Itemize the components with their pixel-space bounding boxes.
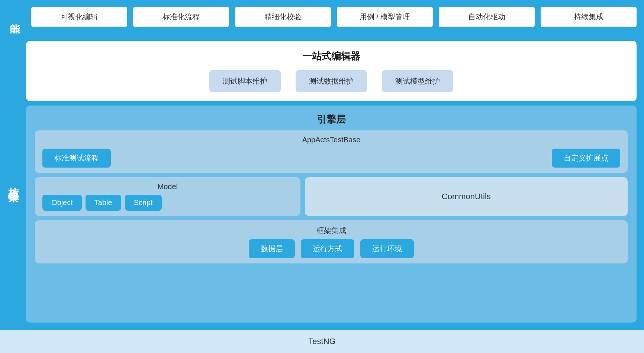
engine-panel: 引擎层 AppActsTestBase 标准测试流程 自定义扩展点 Model …	[26, 106, 637, 323]
model-title: Model	[42, 182, 293, 191]
framework-title: 框架集成	[42, 226, 620, 236]
capability-item-auto-drive[interactable]: 自动化驱动	[439, 7, 535, 27]
editor-panel: 一站式编辑器 测试脚本维护 测试数据维护 测试模型维护	[26, 41, 637, 101]
editor-item-model[interactable]: 测试模型维护	[382, 70, 453, 92]
testng-label: TestNG	[308, 337, 335, 346]
capability-item-visual-edit[interactable]: 可视化编辑	[31, 7, 127, 27]
model-block: Model Object Table Script	[35, 177, 300, 216]
capability-label: 能力	[7, 15, 22, 18]
editor-item-data[interactable]: 测试数据维护	[296, 70, 367, 92]
panels-area: 一站式编辑器 测试脚本维护 测试数据维护 测试模型维护 引擎层 AppActsT…	[26, 37, 637, 326]
middle-row: Model Object Table Script CommonUtils	[35, 177, 628, 216]
editor-items: 测试脚本维护 测试数据维护 测试模型维护	[37, 70, 625, 92]
appacts-row: 标准测试流程 自定义扩展点	[42, 149, 620, 168]
editor-title: 一站式编辑器	[302, 50, 360, 63]
common-utils-block: CommonUtils	[305, 177, 628, 216]
common-utils-title: CommonUtils	[442, 192, 491, 201]
model-object-btn[interactable]: Object	[42, 195, 82, 211]
capability-bar: 能力 可视化编辑 标准化流程 精细化校验 用例 / 模型管理 自动化驱动 持续集…	[0, 0, 644, 33]
capability-item-standard-flow[interactable]: 标准化流程	[133, 7, 229, 27]
editor-item-script[interactable]: 测试脚本维护	[209, 70, 281, 92]
run-env-btn[interactable]: 运行环境	[360, 239, 414, 258]
framework-block: 框架集成 数据层 运行方式 运行环境	[35, 220, 628, 263]
testng-bar: TestNG	[0, 330, 644, 353]
main-content: 核心框架 一站式编辑器 测试脚本维护 测试数据维护 测试模型维护 引擎层 App…	[0, 33, 644, 330]
model-items: Object Table Script	[42, 195, 293, 211]
engine-title: 引擎层	[35, 113, 628, 126]
capability-item-model-mgmt[interactable]: 用例 / 模型管理	[337, 7, 433, 27]
capability-item-ci[interactable]: 持续集成	[541, 7, 637, 27]
model-script-btn[interactable]: Script	[125, 195, 162, 211]
capability-items: 可视化编辑 标准化流程 精细化校验 用例 / 模型管理 自动化驱动 持续集成	[31, 7, 637, 27]
capability-item-fine-verify[interactable]: 精细化校验	[235, 7, 331, 27]
run-mode-btn[interactable]: 运行方式	[301, 239, 354, 258]
appacts-title: AppActsTestBase	[42, 136, 620, 144]
custom-extension-btn[interactable]: 自定义扩展点	[552, 149, 620, 168]
data-layer-btn[interactable]: 数据层	[249, 239, 295, 258]
standard-test-flow-btn[interactable]: 标准测试流程	[42, 149, 111, 168]
framework-items: 数据层 运行方式 运行环境	[42, 239, 620, 258]
core-label-wrapper: 核心框架	[0, 37, 26, 326]
appacts-block: AppActsTestBase 标准测试流程 自定义扩展点	[35, 130, 628, 173]
model-table-btn[interactable]: Table	[86, 195, 121, 211]
core-label: 核心框架	[6, 179, 20, 185]
